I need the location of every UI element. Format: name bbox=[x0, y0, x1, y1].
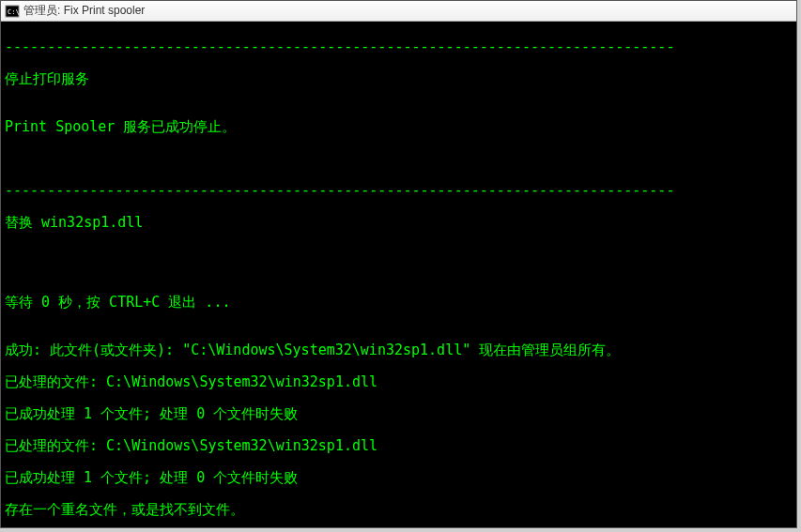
console-window: C:\ 管理员: Fix Print spooler -------------… bbox=[0, 0, 797, 528]
console-output[interactable]: ----------------------------------------… bbox=[1, 22, 796, 527]
output-line: 已成功处理 1 个文件; 处理 0 个文件时失败 bbox=[5, 470, 793, 486]
output-line: 成功: 此文件(或文件夹): "C:\Windows\System32\win3… bbox=[5, 342, 793, 358]
output-line: 已处理的文件: C:\Windows\System32\win32sp1.dll bbox=[5, 374, 793, 390]
svg-text:C:\: C:\ bbox=[8, 8, 20, 16]
output-line: 停止打印服务 bbox=[5, 71, 793, 87]
separator: ----------------------------------------… bbox=[5, 183, 793, 199]
cmd-icon: C:\ bbox=[5, 4, 20, 19]
output-line: 替换 win32sp1.dll bbox=[5, 215, 793, 231]
output-line: Print Spooler 服务已成功停止。 bbox=[5, 119, 793, 135]
blank-line bbox=[5, 247, 793, 263]
output-line: 等待 0 秒，按 CTRL+C 退出 ... bbox=[5, 295, 793, 311]
output-line: 已处理的文件: C:\Windows\System32\win32sp1.dll bbox=[5, 438, 793, 454]
blank-line bbox=[5, 151, 793, 167]
titlebar[interactable]: C:\ 管理员: Fix Print spooler bbox=[1, 1, 796, 22]
output-line: 存在一个重名文件，或是找不到文件。 bbox=[5, 502, 793, 518]
window-title: 管理员: Fix Print spooler bbox=[23, 3, 145, 19]
output-line: 已成功处理 1 个文件; 处理 0 个文件时失败 bbox=[5, 406, 793, 422]
separator: ----------------------------------------… bbox=[5, 39, 793, 55]
